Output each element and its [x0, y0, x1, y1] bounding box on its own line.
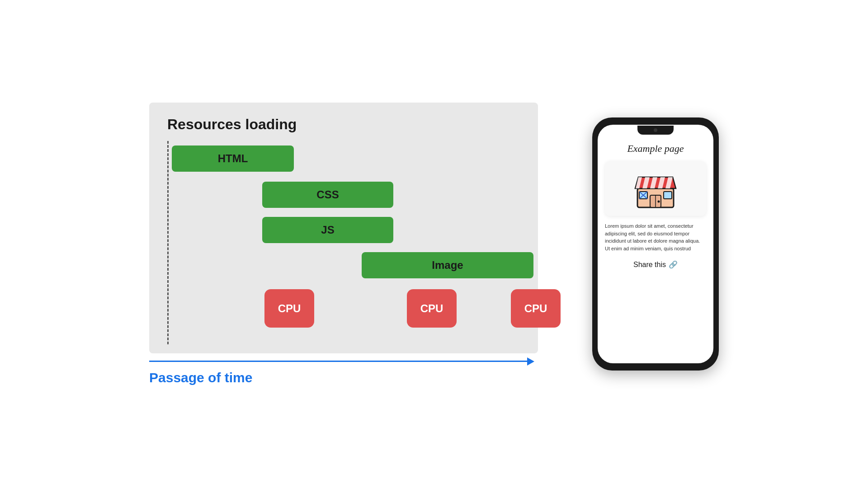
bar-image: Image — [362, 252, 533, 278]
svg-rect-6 — [664, 192, 672, 199]
dashed-line — [167, 141, 169, 344]
share-text: Share this — [633, 261, 666, 269]
phone-screen: Example page — [598, 125, 713, 363]
link-icon: 🔗 — [669, 260, 678, 269]
cpu-box-1: CPU — [264, 289, 314, 328]
diagram-title: Resources loading — [167, 116, 520, 133]
bar-js: JS — [262, 217, 393, 243]
time-arrow-container: Passage of time — [149, 361, 529, 385]
time-arrow — [149, 361, 529, 362]
resources-area: HTML CSS JS Image CPU CPU — [167, 145, 520, 335]
phone-frame: Example page — [592, 117, 719, 371]
time-label: Passage of time — [149, 370, 529, 385]
phone-image-card — [605, 161, 706, 216]
phone-body-text: Lorem ipsum dolor sit amet, consectetur … — [605, 222, 706, 252]
diagram-box: Resources loading HTML CSS JS Image — [149, 103, 538, 353]
main-container: Resources loading HTML CSS JS Image — [0, 103, 868, 385]
share-link[interactable]: Share this 🔗 — [633, 260, 678, 269]
phone-page-title: Example page — [627, 143, 684, 155]
shop-icon — [633, 168, 678, 209]
phone-notch — [637, 126, 674, 135]
cpu-box-3: CPU — [511, 289, 561, 328]
cpu-box-2: CPU — [407, 289, 457, 328]
bar-html: HTML — [172, 145, 294, 172]
time-line — [149, 361, 529, 362]
svg-point-13 — [658, 201, 660, 203]
diagram-section: Resources loading HTML CSS JS Image — [149, 103, 538, 385]
phone-section: Example page — [592, 117, 719, 371]
bar-css: CSS — [262, 182, 393, 208]
